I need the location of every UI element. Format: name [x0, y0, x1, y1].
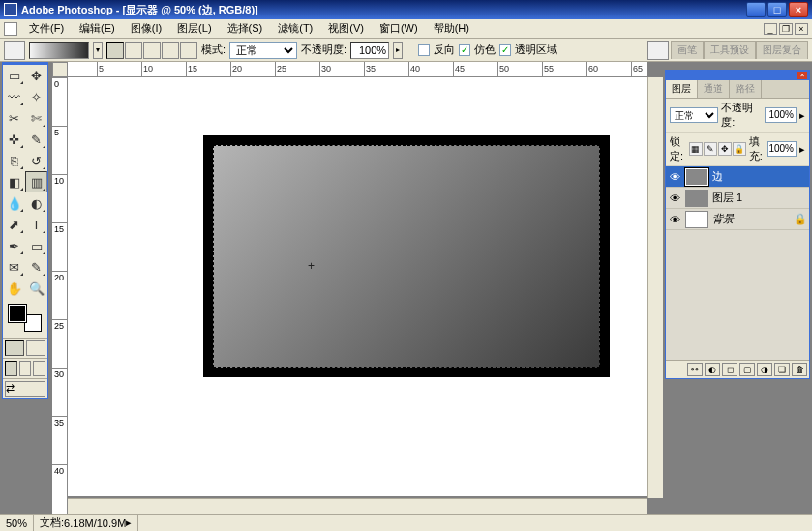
fill-arrow-icon[interactable]: ▸ — [799, 143, 805, 156]
foreground-color[interactable] — [9, 305, 26, 322]
visibility-icon[interactable]: 👁 — [668, 170, 681, 184]
layer-set-button[interactable]: ▢ — [739, 363, 755, 376]
angle-gradient-button[interactable] — [143, 42, 161, 59]
brush-tool[interactable]: ✎ — [25, 129, 47, 150]
menu-layer[interactable]: 图层(L) — [169, 19, 219, 38]
tab-paths[interactable]: 路径 — [730, 80, 762, 98]
tab-channels[interactable]: 通道 — [698, 80, 730, 98]
menu-window[interactable]: 窗口(W) — [372, 19, 426, 38]
menu-edit[interactable]: 编辑(E) — [72, 19, 123, 38]
blend-mode-select[interactable]: 正常 — [229, 42, 297, 59]
opacity-dropdown[interactable]: ▸ — [393, 42, 403, 59]
menu-filter[interactable]: 滤镜(T) — [270, 19, 320, 38]
color-swatches[interactable] — [7, 303, 44, 334]
layer-name[interactable]: 边 — [712, 169, 723, 184]
tab-tool-presets[interactable]: 工具预设 — [704, 41, 756, 59]
ruler-origin[interactable] — [52, 62, 68, 77]
opacity-arrow-icon[interactable]: ▸ — [799, 109, 805, 122]
type-tool[interactable]: T — [25, 214, 47, 235]
layer-style-button[interactable]: ◐ — [705, 363, 720, 376]
hand-tool[interactable]: ✋ — [3, 278, 25, 299]
layer-row[interactable]: 👁 图层 1 — [666, 188, 809, 209]
screen-standard-button[interactable] — [5, 361, 17, 376]
menu-select[interactable]: 选择(S) — [220, 19, 271, 38]
path-tool[interactable]: ⬈ — [3, 214, 25, 235]
gradient-swatch[interactable] — [29, 42, 89, 59]
mdi-restore[interactable]: ❐ — [779, 23, 793, 35]
wand-tool[interactable]: ✧ — [25, 86, 47, 107]
maximize-button[interactable]: □ — [767, 2, 787, 17]
vertical-scrollbar[interactable] — [647, 77, 663, 498]
doc-info[interactable]: 文档: 6.18M/10.9M ▸ — [34, 515, 138, 531]
lasso-tool[interactable]: 〰 — [3, 86, 25, 107]
shape-tool[interactable]: ▭ — [25, 235, 47, 256]
adjustment-layer-button[interactable]: ◑ — [757, 363, 772, 376]
zoom-status[interactable]: 50% — [0, 515, 34, 531]
menu-view[interactable]: 视图(V) — [320, 19, 372, 38]
history-brush-tool[interactable]: ↺ — [25, 150, 47, 171]
gradient-tool[interactable]: ▥ — [25, 171, 47, 192]
layer-name[interactable]: 图层 1 — [712, 191, 742, 205]
layer-row[interactable]: 👁 背景 🔒 — [666, 209, 809, 230]
dither-checkbox[interactable]: ✓ — [459, 44, 470, 56]
horizontal-scrollbar[interactable] — [68, 498, 647, 514]
mdi-minimize[interactable]: _ — [764, 23, 777, 35]
background-color[interactable] — [24, 314, 42, 332]
quickmask-mode-button[interactable] — [26, 340, 45, 356]
layer-thumbnail[interactable] — [685, 211, 708, 228]
palette-well-icon[interactable] — [647, 41, 669, 60]
close-button[interactable]: × — [789, 2, 808, 17]
opacity-value[interactable]: 100% — [350, 42, 389, 59]
marquee-tool[interactable]: ▭ — [3, 65, 25, 86]
chevron-right-icon[interactable]: ▸ — [126, 516, 132, 529]
layer-thumbnail[interactable] — [685, 190, 708, 207]
standard-mode-button[interactable] — [5, 340, 24, 356]
reverse-checkbox[interactable] — [418, 44, 430, 56]
zoom-tool[interactable]: 🔍 — [25, 278, 47, 299]
blur-tool[interactable]: 💧 — [3, 192, 25, 214]
lock-transparent-icon[interactable]: ▦ — [689, 142, 703, 156]
transparency-checkbox[interactable]: ✓ — [499, 44, 511, 56]
tab-layer-comps[interactable]: 图层复合 — [756, 41, 808, 59]
ruler-horizontal[interactable]: 05101520253035404550556065 — [52, 62, 647, 77]
layer-mask-button[interactable]: ◻ — [722, 363, 737, 376]
layer-blend-select[interactable]: 正常 — [670, 107, 718, 123]
crop-tool[interactable]: ✂ — [3, 107, 25, 129]
minimize-button[interactable]: _ — [746, 2, 766, 17]
eraser-tool[interactable]: ◧ — [3, 171, 25, 192]
fill-value[interactable]: 100% — [767, 141, 797, 157]
reflected-gradient-button[interactable] — [162, 42, 179, 59]
layer-link-button[interactable]: ⚯ — [687, 363, 703, 376]
notes-tool[interactable]: ✉ — [3, 256, 25, 278]
screen-full-button[interactable] — [33, 361, 45, 376]
layer-name[interactable]: 背景 — [712, 212, 734, 226]
delete-layer-button[interactable]: 🗑 — [792, 363, 807, 376]
lock-pixels-icon[interactable]: ✎ — [704, 142, 717, 156]
tab-brushes[interactable]: 画笔 — [671, 41, 704, 59]
move-tool[interactable]: ✥ — [25, 65, 47, 86]
slice-tool[interactable]: ✄ — [25, 107, 47, 129]
menu-help[interactable]: 帮助(H) — [426, 19, 477, 38]
mdi-close[interactable]: × — [795, 23, 808, 35]
visibility-icon[interactable]: 👁 — [668, 213, 681, 226]
lock-position-icon[interactable]: ✥ — [718, 142, 732, 156]
gradient-dropdown[interactable]: ▾ — [93, 42, 103, 59]
imageready-button[interactable]: ⇄ — [5, 381, 45, 397]
eyedropper-tool[interactable]: ✎ — [25, 256, 47, 278]
menu-image[interactable]: 图像(I) — [123, 19, 169, 38]
linear-gradient-button[interactable] — [106, 42, 124, 59]
layer-row[interactable]: 👁 边 — [666, 166, 809, 188]
ruler-vertical[interactable]: 0510152025303540 — [52, 77, 68, 514]
current-tool-icon[interactable] — [4, 41, 25, 60]
canvas[interactable]: + — [203, 135, 610, 377]
layer-thumbnail[interactable] — [685, 168, 708, 186]
lock-all-icon[interactable]: 🔒 — [733, 142, 746, 156]
panel-close-button[interactable]: × — [797, 72, 807, 79]
visibility-icon[interactable]: 👁 — [668, 192, 681, 205]
pen-tool[interactable]: ✒ — [3, 235, 25, 256]
layer-opacity-value[interactable]: 100% — [765, 107, 797, 123]
menu-file[interactable]: 文件(F) — [21, 19, 72, 38]
tab-layers[interactable]: 图层 — [666, 80, 698, 98]
diamond-gradient-button[interactable] — [180, 42, 197, 59]
screen-full-menu-button[interactable] — [19, 361, 32, 376]
